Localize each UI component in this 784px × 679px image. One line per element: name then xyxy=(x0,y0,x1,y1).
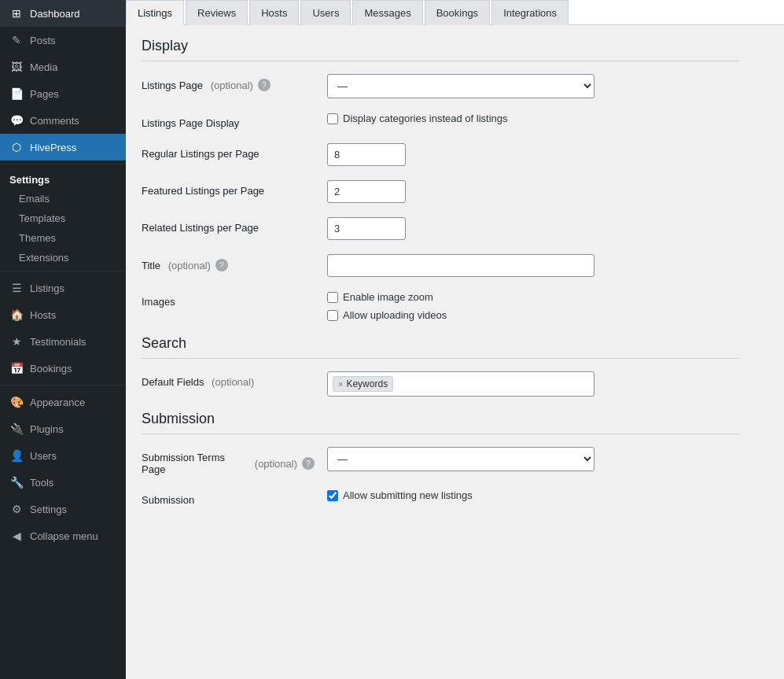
related-per-page-row: Related Listings per Page xyxy=(142,217,739,240)
listings-page-select[interactable]: — xyxy=(327,74,594,98)
display-section-title: Display xyxy=(142,38,739,61)
hivepress-icon: ⬡ xyxy=(9,140,24,154)
appearance-icon: 🎨 xyxy=(9,395,24,409)
bookings-icon: 📅 xyxy=(9,361,24,375)
featured-per-page-control xyxy=(327,180,739,203)
image-zoom-label[interactable]: Enable image zoom xyxy=(327,291,739,303)
settings-icon: ⚙ xyxy=(9,502,24,516)
listings-icon: ☰ xyxy=(9,281,24,295)
tools-icon: 🔧 xyxy=(9,475,24,489)
allow-new-listings-control: Allow submitting new listings xyxy=(327,489,739,501)
default-fields-row: Default Fields (optional) × Keywords xyxy=(142,371,739,397)
sidebar: ⊞ Dashboard ✎ Posts 🖼 Media 📄 Pages 💬 Co… xyxy=(0,0,126,679)
allow-new-listings-checkbox-label[interactable]: Allow submitting new listings xyxy=(327,489,739,501)
listings-page-row: Listings Page (optional) ? — xyxy=(142,74,739,98)
regular-per-page-row: Regular Listings per Page xyxy=(142,143,739,166)
related-per-page-control xyxy=(327,217,739,240)
sidebar-item-listings[interactable]: ☰ Listings xyxy=(0,275,126,301)
terms-page-row: Submission Terms Page (optional) ? — xyxy=(142,447,739,475)
tab-bookings[interactable]: Bookings xyxy=(425,0,490,25)
sidebar-item-hosts[interactable]: 🏠 Hosts xyxy=(0,301,126,328)
featured-per-page-row: Featured Listings per Page xyxy=(142,180,739,203)
regular-per-page-label: Regular Listings per Page xyxy=(142,143,315,160)
tab-reviews[interactable]: Reviews xyxy=(186,0,248,25)
collapse-icon: ◀ xyxy=(9,529,24,543)
allow-new-listings-label: Submission xyxy=(142,489,315,506)
tab-hosts[interactable]: Hosts xyxy=(249,0,299,25)
upload-videos-checkbox[interactable] xyxy=(327,310,338,321)
hosts-icon: 🏠 xyxy=(9,308,24,322)
tab-integrations[interactable]: Integrations xyxy=(491,0,569,25)
images-control: Enable image zoom Allow uploading videos xyxy=(327,291,739,321)
sidebar-item-collapse[interactable]: ◀ Collapse menu xyxy=(0,522,126,549)
form-wrap: Display Listings Page (optional) ? — Lis… xyxy=(126,25,755,536)
sidebar-item-comments[interactable]: 💬 Comments xyxy=(0,107,126,134)
listings-page-display-row: Listings Page Display Display categories… xyxy=(142,113,739,129)
sidebar-item-appearance[interactable]: 🎨 Appearance xyxy=(0,389,126,415)
keywords-tag: × Keywords xyxy=(333,376,393,392)
sidebar-item-tools[interactable]: 🔧 Tools xyxy=(0,469,126,496)
terms-page-help-icon[interactable]: ? xyxy=(302,457,315,470)
terms-page-label: Submission Terms Page (optional) ? xyxy=(142,447,315,475)
terms-page-control: — xyxy=(327,447,739,471)
featured-per-page-label: Featured Listings per Page xyxy=(142,180,315,197)
sidebar-item-dashboard[interactable]: ⊞ Dashboard xyxy=(0,0,126,27)
plugins-icon: 🔌 xyxy=(9,422,24,436)
sidebar-divider-2 xyxy=(0,271,126,271)
tab-users[interactable]: Users xyxy=(300,0,351,25)
allow-new-listings-checkbox[interactable] xyxy=(327,490,338,501)
keywords-tag-remove[interactable]: × xyxy=(338,379,343,389)
sidebar-item-hivepress[interactable]: ⬡ HivePress xyxy=(0,134,126,161)
posts-icon: ✎ xyxy=(9,33,24,47)
listings-page-display-label: Listings Page Display xyxy=(142,113,315,129)
listings-page-display-control: Display categories instead of listings xyxy=(327,113,739,124)
default-fields-label: Default Fields (optional) xyxy=(142,371,315,388)
title-control xyxy=(327,254,739,277)
related-per-page-label: Related Listings per Page xyxy=(142,217,315,234)
pages-icon: 📄 xyxy=(9,87,24,101)
images-row: Images Enable image zoom Allow uploading… xyxy=(142,291,739,321)
media-icon: 🖼 xyxy=(9,60,24,74)
search-section-title: Search xyxy=(142,335,739,359)
title-input[interactable] xyxy=(327,254,594,277)
sidebar-item-media[interactable]: 🖼 Media xyxy=(0,54,126,80)
images-label: Images xyxy=(142,291,315,308)
categories-checkbox[interactable] xyxy=(327,113,338,124)
main-content: Listings Reviews Hosts Users Messages Bo… xyxy=(126,0,784,679)
users-icon: 👤 xyxy=(9,448,24,463)
settings-section-label: Settings xyxy=(0,168,126,189)
featured-per-page-input[interactable] xyxy=(327,180,406,203)
comments-icon: 💬 xyxy=(9,113,24,127)
listings-page-control: — xyxy=(327,74,739,98)
image-zoom-checkbox[interactable] xyxy=(327,292,338,303)
sidebar-item-posts[interactable]: ✎ Posts xyxy=(0,27,126,54)
tab-listings[interactable]: Listings xyxy=(126,0,184,25)
terms-page-select[interactable]: — xyxy=(327,447,594,471)
default-fields-tags-input[interactable]: × Keywords xyxy=(327,371,594,397)
sidebar-item-testimonials[interactable]: ★ Testimonials xyxy=(0,328,126,355)
sidebar-item-pages[interactable]: 📄 Pages xyxy=(0,80,126,107)
sidebar-item-settings[interactable]: ⚙ Settings xyxy=(0,496,126,522)
listings-page-label: Listings Page (optional) ? xyxy=(142,74,315,91)
sidebar-sub-item-emails[interactable]: Emails xyxy=(0,189,126,208)
listings-page-help-icon[interactable]: ? xyxy=(258,79,271,91)
testimonials-icon: ★ xyxy=(9,334,24,349)
regular-per-page-control xyxy=(327,143,739,166)
sidebar-sub-item-templates[interactable]: Templates xyxy=(0,208,126,228)
title-label: Title (optional) ? xyxy=(142,254,315,271)
tab-messages[interactable]: Messages xyxy=(352,0,422,25)
regular-per-page-input[interactable] xyxy=(327,143,406,166)
tabs-bar: Listings Reviews Hosts Users Messages Bo… xyxy=(126,0,784,25)
sidebar-item-plugins[interactable]: 🔌 Plugins xyxy=(0,415,126,442)
related-per-page-input[interactable] xyxy=(327,217,406,240)
sidebar-item-bookings[interactable]: 📅 Bookings xyxy=(0,355,126,382)
sidebar-item-users[interactable]: 👤 Users xyxy=(0,442,126,469)
default-fields-control: × Keywords xyxy=(327,371,739,397)
sidebar-sub-item-themes[interactable]: Themes xyxy=(0,228,126,248)
upload-videos-label[interactable]: Allow uploading videos xyxy=(327,309,739,321)
title-help-icon[interactable]: ? xyxy=(215,259,228,271)
categories-checkbox-label[interactable]: Display categories instead of listings xyxy=(327,113,739,124)
submission-section-title: Submission xyxy=(142,411,739,434)
sidebar-sub-item-extensions[interactable]: Extensions xyxy=(0,248,126,268)
dashboard-icon: ⊞ xyxy=(9,6,24,20)
